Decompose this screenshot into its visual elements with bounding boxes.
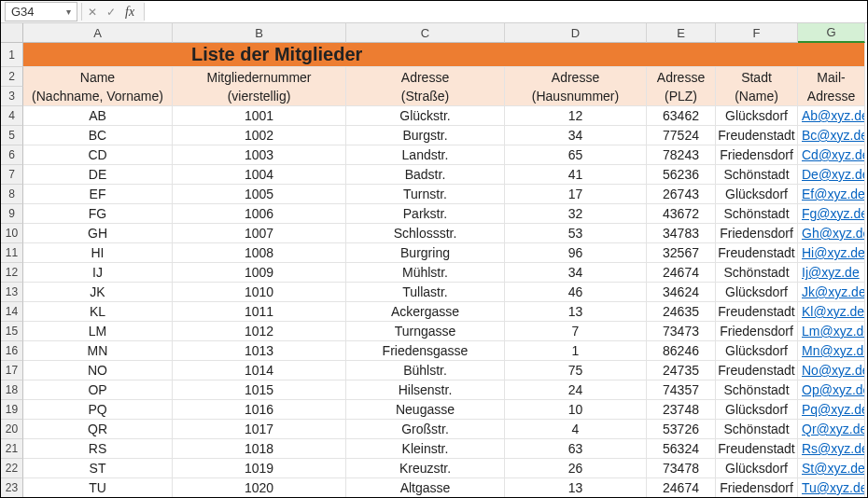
cell-mail-link[interactable]: Kl@xyz.de [798,302,865,322]
cell-name[interactable]: CD [23,145,173,165]
cell-street[interactable]: Bühlstr. [346,361,505,380]
cell-house-number[interactable]: 12 [505,106,647,126]
cell-plz[interactable]: 56236 [647,165,716,185]
col-header-E[interactable]: E [647,23,716,43]
cell-name[interactable]: TU [23,478,173,498]
cell-name[interactable]: KL [23,302,173,322]
row-header[interactable]: 8 [1,185,23,204]
row-header[interactable]: 5 [1,126,23,145]
cell-member-number[interactable]: 1014 [173,361,346,380]
cell-member-number[interactable]: 1008 [173,243,346,263]
cell-street[interactable]: Turnstr. [346,185,505,204]
cell-member-number[interactable]: 1019 [173,459,346,478]
row-header[interactable]: 1 [1,43,23,67]
cell-mail-link[interactable]: Op@xyz.de [798,380,865,400]
cell-name[interactable]: NO [23,361,173,380]
cell-city[interactable]: Schönstadt [716,263,798,283]
cell-city[interactable]: Freudenstadt [716,243,798,263]
row-header[interactable]: 9 [1,204,23,224]
cell-street[interactable]: Tullastr. [346,283,505,302]
col-header-B[interactable]: B [173,23,346,43]
cell-mail-link[interactable]: Ij@xyz.de [798,263,865,283]
cell-name[interactable]: LM [23,322,173,341]
cell-street[interactable]: Neugasse [346,400,505,420]
row-header[interactable]: 16 [1,341,23,361]
row-header[interactable]: 11 [1,243,23,263]
cell-house-number[interactable]: 32 [505,204,647,224]
row-header[interactable]: 14 [1,302,23,322]
cell-member-number[interactable]: 1010 [173,283,346,302]
cell-city[interactable]: Friedensdorf [716,322,798,341]
cell-city[interactable]: Freudenstadt [716,126,798,145]
cell-mail-link[interactable]: St@xyz.de [798,459,865,478]
cell-house-number[interactable]: 17 [505,185,647,204]
cell-street[interactable]: Glückstr. [346,106,505,126]
cell-city[interactable]: Glücksdorf [716,283,798,302]
cell-plz[interactable]: 43672 [647,204,716,224]
row-header[interactable]: 2 [1,67,23,87]
cell-plz[interactable]: 26743 [647,185,716,204]
cell-street[interactable]: Ackergasse [346,302,505,322]
cell-mail-link[interactable]: Jk@xyz.de [798,283,865,302]
row-header[interactable]: 17 [1,361,23,380]
cell-plz[interactable]: 34624 [647,283,716,302]
cell-house-number[interactable]: 46 [505,283,647,302]
cell-name[interactable]: OP [23,380,173,400]
cell-member-number[interactable]: 1020 [173,478,346,498]
cell-house-number[interactable]: 34 [505,126,647,145]
cell-city[interactable]: Glücksdorf [716,341,798,361]
row-header[interactable]: 12 [1,263,23,283]
cell-name[interactable]: GH [23,224,173,243]
cell-plz[interactable]: 24674 [647,263,716,283]
cancel-icon[interactable]: ✕ [88,6,97,19]
cell-city[interactable]: Friedensdorf [716,224,798,243]
cell-plz[interactable]: 73478 [647,459,716,478]
cell-street[interactable]: Turngasse [346,322,505,341]
cell-house-number[interactable]: 4 [505,420,647,439]
cell-name[interactable]: EF [23,185,173,204]
cell-name[interactable]: ST [23,459,173,478]
select-all-corner[interactable] [1,23,23,43]
cell-plz[interactable]: 34783 [647,224,716,243]
cell-member-number[interactable]: 1012 [173,322,346,341]
cell-mail-link[interactable]: Fg@xyz.de [798,204,865,224]
cell-city[interactable]: Glücksdorf [716,185,798,204]
cell-city[interactable]: Friedensdorf [716,478,798,498]
cell-member-number[interactable]: 1005 [173,185,346,204]
cell-member-number[interactable]: 1003 [173,145,346,165]
cell-member-number[interactable]: 1018 [173,439,346,459]
cell-city[interactable]: Freudenstadt [716,302,798,322]
cell-mail-link[interactable]: Ab@xyz.de [798,106,865,126]
cell-plz[interactable]: 24674 [647,478,716,498]
cell-plz[interactable]: 63462 [647,106,716,126]
cell-mail-link[interactable]: No@xyz.de [798,361,865,380]
row-header[interactable]: 20 [1,420,23,439]
cell-street[interactable]: Kleinstr. [346,439,505,459]
cell-city[interactable]: Schönstadt [716,204,798,224]
row-header[interactable]: 4 [1,106,23,126]
cell-street[interactable]: Mühlstr. [346,263,505,283]
cell-city[interactable]: Schönstadt [716,380,798,400]
cell-name[interactable]: RS [23,439,173,459]
cell-member-number[interactable]: 1009 [173,263,346,283]
row-header[interactable]: 13 [1,283,23,302]
cell-mail-link[interactable]: Pq@xyz.de [798,400,865,420]
cell-mail-link[interactable]: Rs@xyz.de [798,439,865,459]
cell-plz[interactable]: 32567 [647,243,716,263]
cell-street[interactable]: Friedensgasse [346,341,505,361]
cell-plz[interactable]: 23748 [647,400,716,420]
cell-city[interactable]: Schönstadt [716,165,798,185]
cell-city[interactable]: Freudenstadt [716,439,798,459]
cell-member-number[interactable]: 1001 [173,106,346,126]
cell-house-number[interactable]: 10 [505,400,647,420]
cell-name[interactable]: AB [23,106,173,126]
col-header-G[interactable]: G [798,23,865,43]
cell-member-number[interactable]: 1016 [173,400,346,420]
cell-name[interactable]: BC [23,126,173,145]
confirm-icon[interactable]: ✓ [106,6,116,19]
cell-city[interactable]: Schönstadt [716,420,798,439]
row-header[interactable]: 22 [1,459,23,478]
cell-mail-link[interactable]: Cd@xyz.de [798,145,865,165]
row-header[interactable]: 19 [1,400,23,420]
col-header-A[interactable]: A [23,23,173,43]
